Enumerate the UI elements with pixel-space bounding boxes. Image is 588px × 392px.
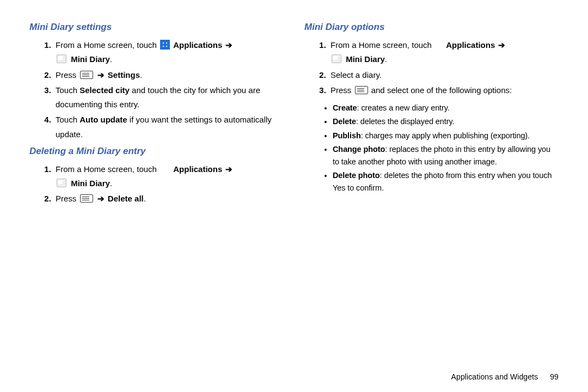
deleting-steps: From a Home screen, touch Applications ➔… <box>29 162 284 206</box>
applications-icon <box>160 164 170 174</box>
step-3: Touch Selected city and touch the city f… <box>53 83 284 112</box>
bullet-label: Change photo <box>333 145 385 154</box>
period: . <box>385 54 387 64</box>
period: . <box>110 179 112 188</box>
step-text: Press <box>56 70 79 79</box>
applications-icon <box>160 40 170 50</box>
heading-settings: Mini Diary settings <box>29 22 284 33</box>
manual-page: Mini Diary settings From a Home screen, … <box>0 0 588 392</box>
step-2: Select a diary. <box>328 68 559 82</box>
menu-icon <box>80 71 93 79</box>
mini-diary-label: Mini Diary <box>346 54 385 64</box>
mini-diary-icon <box>332 54 341 63</box>
step-1: From a Home screen, touch Applications ➔… <box>328 38 559 67</box>
bullet-create: Create: creates a new diary entry. <box>333 102 559 114</box>
applications-label: Applications <box>173 40 222 50</box>
selected-city-label: Selected city <box>79 85 130 95</box>
step-2: Press ➔ Settings. <box>53 68 284 82</box>
step-text: From a Home screen, touch <box>56 164 159 174</box>
bullet-text: : deletes the displayed entry. <box>356 117 455 126</box>
bullet-label: Delete <box>333 117 356 126</box>
step-text: Select a diary. <box>330 70 382 79</box>
page-footer: Applications and Widgets 99 <box>29 369 559 381</box>
bullet-label: Delete photo <box>333 171 380 180</box>
mini-diary-icon <box>57 179 66 187</box>
period: . <box>144 194 146 203</box>
bullet-label: Create <box>333 103 357 112</box>
mini-diary-label: Mini Diary <box>71 179 110 188</box>
footer-page-number: 99 <box>550 372 559 381</box>
bullet-change-photo: Change photo: replaces the photo in this… <box>333 143 559 168</box>
bullet-delete: Delete: deletes the displayed entry. <box>333 115 559 127</box>
arrow-icon: ➔ <box>225 40 232 50</box>
arrow-icon: ➔ <box>225 164 232 174</box>
settings-steps: From a Home screen, touch Applications ➔… <box>29 38 284 142</box>
arrow-icon: ➔ <box>498 40 505 50</box>
step-1: From a Home screen, touch Applications ➔… <box>53 38 284 67</box>
arrow-icon: ➔ <box>97 194 105 203</box>
bullet-label: Publish <box>333 131 361 140</box>
step-text: and select one of the following options: <box>371 85 512 95</box>
delete-all-label: Delete all <box>108 194 144 203</box>
menu-icon <box>80 194 93 203</box>
mini-diary-label: Mini Diary <box>71 54 110 64</box>
step-text: From a Home screen, touch <box>56 40 159 50</box>
step-3: Press and select one of the following op… <box>328 83 559 97</box>
period: . <box>140 70 142 79</box>
menu-icon <box>355 86 368 94</box>
heading-deleting: Deleting a Mini Diary entry <box>29 146 284 157</box>
step-text: Touch <box>56 115 79 124</box>
step-text: Press <box>330 85 354 95</box>
right-column: Mini Diary options From a Home screen, t… <box>304 21 559 369</box>
mini-diary-icon <box>57 54 66 63</box>
options-bullets: Create: creates a new diary entry. Delet… <box>304 102 559 194</box>
applications-label: Applications <box>446 40 495 50</box>
two-column-layout: Mini Diary settings From a Home screen, … <box>29 21 559 369</box>
step-text: Touch <box>56 85 79 95</box>
period: . <box>110 54 112 64</box>
step-4: Touch Auto update if you want the settin… <box>53 113 284 142</box>
bullet-delete-photo: Delete photo: deletes the photo from thi… <box>333 169 559 194</box>
bullet-text: : charges may apply when publishing (exp… <box>361 131 530 140</box>
footer-section: Applications and Widgets <box>451 372 538 381</box>
step-1: From a Home screen, touch Applications ➔… <box>53 162 284 191</box>
step-2: Press ➔ Delete all. <box>53 192 284 206</box>
step-text: Press <box>56 194 79 203</box>
bullet-publish: Publish: charges may apply when publishi… <box>333 130 559 142</box>
applications-label: Applications <box>173 164 222 174</box>
left-column: Mini Diary settings From a Home screen, … <box>29 21 284 369</box>
auto-update-label: Auto update <box>79 115 127 124</box>
heading-options: Mini Diary options <box>304 22 559 33</box>
step-text: From a Home screen, touch <box>330 40 434 50</box>
bullet-text: : creates a new diary entry. <box>357 103 450 112</box>
options-steps: From a Home screen, touch Applications ➔… <box>304 38 559 97</box>
arrow-icon: ➔ <box>97 70 105 79</box>
settings-label: Settings <box>108 70 140 79</box>
